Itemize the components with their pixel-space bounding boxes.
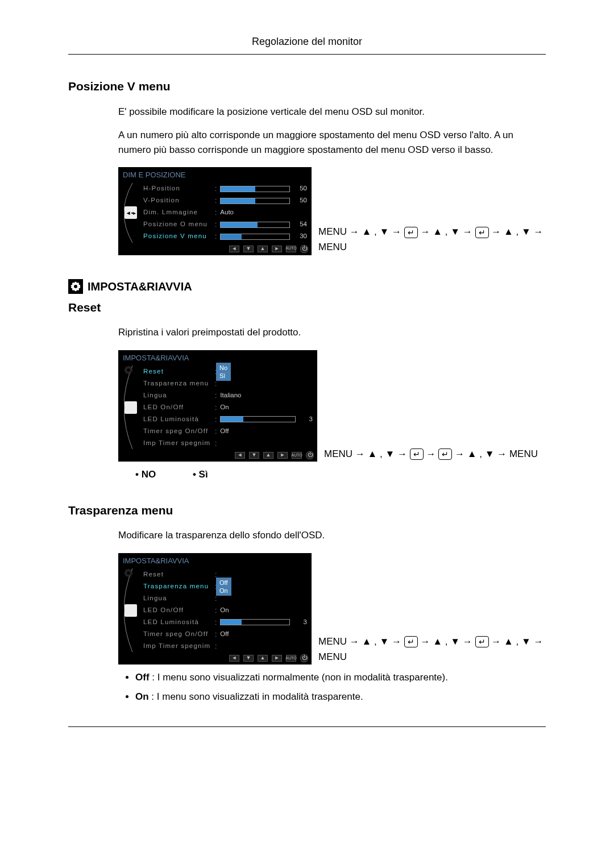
reset-desc: Ripristina i valori preimpostati del pro… xyxy=(118,325,546,340)
osd-row-label: Timer speg On/Off xyxy=(143,629,211,639)
section-title-posv: Posizione V menu xyxy=(68,77,546,95)
osd-row-label: Lingua xyxy=(143,593,211,603)
trasp-bullet: On : I menu sono visualizzati in modalit… xyxy=(135,690,546,704)
nav-key-icon[interactable]: ▲ xyxy=(258,655,268,662)
osd-row[interactable]: Timer speg On/Off:Off xyxy=(143,425,313,437)
osd-row[interactable]: H-Position:50 xyxy=(143,183,307,195)
osd-row-label: Dim. Lmmagine xyxy=(143,207,211,217)
osd-row[interactable]: Lingua:Italiano xyxy=(143,389,313,401)
osd-panel-trasp: IMPOSTA&RIAVVIAReset:Trasparenza menu:Li… xyxy=(118,553,312,665)
osd-row-label: H-Position xyxy=(143,184,211,193)
osd-row[interactable]: Posizione O menu:54 xyxy=(143,219,307,231)
osd-row[interactable]: Imp Timer spegnim: xyxy=(143,437,313,449)
nav-key-power-icon[interactable]: ⏻ xyxy=(300,654,308,662)
osd-bottom-bar: ◄▼▲►AUTO⏻ xyxy=(118,243,312,255)
section-title-reset: Reset xyxy=(68,298,546,317)
trasp-desc: Modificare la trasparenza dello sfondo d… xyxy=(118,528,546,543)
gear-icon xyxy=(125,401,137,414)
enter-key-icon: ↵ xyxy=(410,448,424,460)
osd-title: DIM E POSIZIONE xyxy=(118,167,312,183)
nav-key-icon[interactable]: ▲ xyxy=(258,246,268,252)
osd-title: IMPOSTA&RIAVVIA xyxy=(118,553,312,569)
osd-row[interactable]: LED On/Off:On xyxy=(143,401,313,413)
position-icon: ◄▪▸ xyxy=(125,206,137,219)
nav-key-icon[interactable]: ◄ xyxy=(235,452,245,459)
page-header: Regolazione del monitor xyxy=(68,34,546,55)
osd-row-label: Lingua xyxy=(143,391,211,400)
nav-key-icon[interactable]: ▼ xyxy=(243,246,254,252)
nav-key-icon[interactable]: ◄ xyxy=(229,655,239,662)
osd-row[interactable]: LED Luminosità:3 xyxy=(143,616,307,628)
nav-key-icon[interactable]: ◄ xyxy=(229,246,239,252)
nav-key-icon[interactable]: ▼ xyxy=(249,452,259,459)
osd-dropdown-option[interactable]: Sì xyxy=(219,372,227,380)
trasp-bullet: Off : I menu sono visualizzati normalmen… xyxy=(135,670,546,685)
posv-desc-1: E' possibile modificare la posizione ver… xyxy=(118,105,546,119)
osd-row[interactable]: LED Luminosità:3 xyxy=(143,413,313,425)
osd-row[interactable]: LED On/Off:On xyxy=(143,604,307,616)
gear-icon xyxy=(68,279,83,294)
reset-option-si: Sì xyxy=(193,467,208,482)
osd-row[interactable]: Imp Timer spegnim: xyxy=(143,640,307,652)
footer-rule xyxy=(68,726,546,727)
gear-icon xyxy=(125,604,137,617)
osd-row-label: Trasparenza menu xyxy=(143,379,211,388)
osd-dropdown-option[interactable]: On xyxy=(219,587,228,595)
osd-row-label: Reset xyxy=(143,570,211,579)
osd-dropdown-option[interactable]: No xyxy=(219,364,227,372)
osd-row-label: LED On/Off xyxy=(143,402,211,412)
osd-row-label: V-Position xyxy=(143,196,211,205)
nav-key-icon[interactable]: ► xyxy=(272,655,282,662)
posv-desc-2: A un numero più alto corrisponde un magg… xyxy=(118,128,546,157)
nav-sequence-1: MENU → ▲ , ▼ → ↵ → ▲ , ▼ → ↵ → ▲ , ▼ → M… xyxy=(318,224,546,255)
osd-dropdown[interactable]: OffOn xyxy=(216,578,231,596)
nav-key-power-icon[interactable]: ⏻ xyxy=(300,245,308,253)
osd-row-label: Posizione V menu xyxy=(143,231,211,241)
osd-row[interactable]: Dim. Lmmagine:Auto xyxy=(143,207,307,219)
osd-row[interactable]: Posizione V menu:30 xyxy=(143,231,307,243)
osd-row-label: Reset xyxy=(143,367,211,376)
osd-row[interactable]: Timer speg On/Off:Off xyxy=(143,628,307,640)
enter-key-icon: ↵ xyxy=(438,448,452,460)
nav-key-icon[interactable]: ▼ xyxy=(243,655,254,662)
osd-row-label: LED Luminosità xyxy=(143,414,211,424)
osd-dropdown[interactable]: NoSì xyxy=(216,363,231,381)
nav-key-icon[interactable]: ▲ xyxy=(263,452,273,459)
nav-key-auto[interactable]: AUTO xyxy=(286,246,296,252)
reset-option-no: NO xyxy=(135,467,156,482)
enter-key-icon: ↵ xyxy=(475,636,489,647)
osd-row-label: Posizione O menu xyxy=(143,219,211,229)
osd-row-label: Imp Timer spegnim xyxy=(143,641,211,651)
section-title-trasp: Trasparenza menu xyxy=(68,501,546,520)
osd-row-label: Timer speg On/Off xyxy=(143,426,211,436)
section-head-imposta: IMPOSTA&RIAVVIA xyxy=(88,278,192,295)
enter-key-icon: ↵ xyxy=(404,227,418,238)
nav-key-auto[interactable]: AUTO xyxy=(292,452,302,459)
osd-panel-reset: IMPOSTA&RIAVVIAReset:Trasparenza menu:Li… xyxy=(118,350,317,462)
osd-row-label: LED Luminosità xyxy=(143,617,211,627)
osd-bottom-bar: ◄▼▲►AUTO⏻ xyxy=(118,652,312,665)
osd-panel-dim-pos: DIM E POSIZIONE◄▪▸H-Position:50V-Positio… xyxy=(118,167,312,255)
enter-key-icon: ↵ xyxy=(475,227,489,238)
osd-row[interactable]: V-Position:50 xyxy=(143,195,307,207)
nav-key-icon[interactable]: ► xyxy=(272,246,282,252)
nav-key-power-icon[interactable]: ⏻ xyxy=(306,451,314,459)
nav-sequence-2: MENU → ▲ , ▼ → ↵ → ↵ → ▲ , ▼ → MENU xyxy=(324,446,538,462)
osd-row-label: LED On/Off xyxy=(143,605,211,615)
nav-sequence-3: MENU → ▲ , ▼ → ↵ → ▲ , ▼ → ↵ → ▲ , ▼ → M… xyxy=(318,634,546,665)
enter-key-icon: ↵ xyxy=(404,636,418,647)
osd-dropdown-option[interactable]: Off xyxy=(219,579,228,587)
osd-row-label: Trasparenza menu xyxy=(143,582,211,591)
osd-bottom-bar: ◄▼▲►AUTO⏻ xyxy=(118,449,317,462)
osd-row-label: Imp Timer spegnim xyxy=(143,438,211,448)
nav-key-auto[interactable]: AUTO xyxy=(286,655,296,662)
nav-key-icon[interactable]: ► xyxy=(277,452,288,459)
